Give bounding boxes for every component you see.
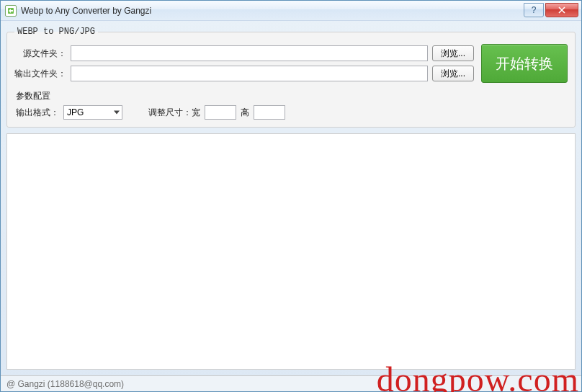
- app-window: Webp to Any Converter by Gangzi ? WEBP t…: [0, 0, 582, 392]
- output-format-value: JPG: [67, 107, 84, 117]
- help-button[interactable]: ?: [524, 3, 544, 17]
- source-browse-button[interactable]: 浏览...: [432, 45, 474, 61]
- group-legend: WEBP to PNG/JPG: [14, 27, 98, 37]
- help-icon: ?: [532, 5, 537, 15]
- source-row: 源文件夹： 浏览...: [14, 45, 474, 61]
- titlebar[interactable]: Webp to Any Converter by Gangzi ?: [1, 1, 581, 21]
- output-row: 输出文件夹： 浏览...: [14, 66, 474, 81]
- close-button[interactable]: [545, 3, 578, 17]
- client-area: WEBP to PNG/JPG 源文件夹： 浏览... 输出文件夹： 浏览...: [1, 21, 581, 375]
- chevron-down-icon: [114, 111, 120, 115]
- conversion-group: WEBP to PNG/JPG 源文件夹： 浏览... 输出文件夹： 浏览...: [6, 27, 576, 128]
- statusbar: @ Gangzi (1188618@qq.com): [1, 375, 581, 391]
- window-controls: ?: [522, 4, 578, 18]
- output-format-select[interactable]: JPG: [63, 105, 122, 120]
- source-label: 源文件夹：: [14, 48, 66, 60]
- resize-width-label: 调整尺寸：宽: [148, 107, 200, 119]
- source-input[interactable]: [71, 45, 428, 61]
- close-icon: [558, 6, 565, 14]
- resize-width-input[interactable]: [205, 105, 236, 120]
- start-convert-button[interactable]: 开始转换: [481, 44, 568, 83]
- output-label: 输出文件夹：: [14, 68, 66, 80]
- start-button-label: 开始转换: [496, 54, 553, 74]
- log-output[interactable]: [6, 133, 576, 370]
- params-section: 参数配置 输出格式： JPG 调整尺寸：宽 高: [14, 90, 568, 120]
- status-text: @ Gangzi (1188618@qq.com): [6, 379, 124, 389]
- format-label: 输出格式：: [16, 107, 59, 119]
- output-browse-button[interactable]: 浏览...: [432, 66, 474, 81]
- app-icon: [5, 5, 17, 17]
- params-title: 参数配置: [16, 90, 568, 102]
- resize-height-input[interactable]: [254, 105, 285, 120]
- output-input[interactable]: [71, 66, 428, 81]
- resize-height-label: 高: [241, 107, 249, 119]
- window-title: Webp to Any Converter by Gangzi: [21, 6, 151, 16]
